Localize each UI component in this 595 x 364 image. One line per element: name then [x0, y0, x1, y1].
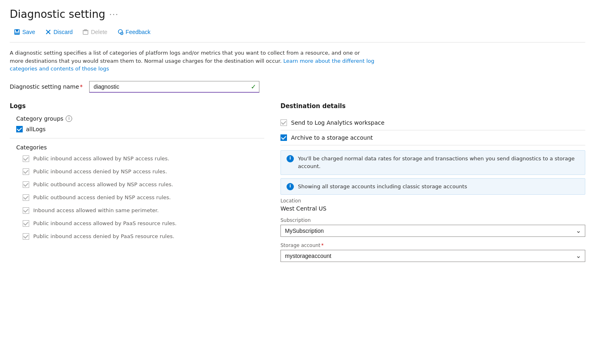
category-checkbox-3[interactable] — [23, 194, 29, 201]
storage-account-label: Storage account* — [280, 243, 585, 248]
category-checkbox-5[interactable] — [23, 220, 29, 227]
category-text-2: Public outbound access allowed by NSP ac… — [33, 181, 173, 187]
svg-rect-7 — [84, 30, 87, 30]
storage-account-group: Storage account* mystorageaccount — [280, 243, 585, 262]
title-text: Diagnostic setting — [10, 8, 105, 20]
save-button[interactable]: Save — [10, 27, 39, 37]
allLogs-checkbox[interactable] — [16, 126, 23, 132]
info-box-text-1: You'll be charged normal data rates for … — [298, 155, 579, 170]
subscription-group: Subscription MySubscription — [280, 217, 585, 237]
archive-storage-row: Archive to a storage account — [280, 130, 585, 145]
location-group: Location West Central US — [280, 198, 585, 212]
info-box-text-2: Showing all storage accounts including c… — [298, 183, 467, 191]
allLogs-checkbox-row: allLogs — [16, 126, 264, 132]
feedback-icon — [117, 29, 124, 35]
category-groups-row: Category groups i — [16, 115, 264, 122]
category-text-5: Public inbound access allowed by PaaS re… — [33, 220, 177, 226]
category-groups-info-icon[interactable]: i — [66, 115, 72, 122]
valid-check-icon: ✓ — [251, 83, 256, 91]
list-item: Public inbound access allowed by PaaS re… — [23, 220, 264, 227]
main-content: Logs Category groups i allLogs Categorie… — [10, 102, 585, 268]
category-text-6: Public inbound access denied by PaaS res… — [33, 233, 174, 239]
log-analytics-label: Send to Log Analytics workspace — [291, 119, 385, 126]
category-groups-label: Category groups — [16, 115, 63, 122]
categories-label: Categories — [16, 144, 264, 151]
delete-icon — [82, 29, 89, 35]
allLogs-label: allLogs — [26, 126, 46, 132]
info-icon-1: i — [287, 155, 294, 162]
storage-account-select-wrapper: mystorageaccount — [280, 250, 585, 262]
category-text-3: Public outbound access denied by NSP acc… — [33, 194, 171, 200]
category-checkbox-1[interactable] — [23, 168, 29, 175]
subscription-select[interactable]: MySubscription — [280, 225, 585, 237]
setting-name-input-wrapper: ✓ — [89, 81, 259, 93]
svg-rect-1 — [16, 30, 18, 32]
storage-info-box-2: i Showing all storage accounts including… — [280, 178, 585, 195]
svg-rect-2 — [15, 32, 19, 34]
category-checkbox-2[interactable] — [23, 181, 29, 188]
logs-divider — [10, 138, 264, 138]
logs-section-title: Logs — [10, 102, 264, 110]
category-checkbox-6[interactable] — [23, 233, 29, 240]
subscription-label: Subscription — [280, 217, 585, 223]
archive-storage-label: Archive to a storage account — [291, 134, 373, 141]
save-icon — [14, 29, 20, 35]
location-label: Location — [280, 198, 585, 204]
category-text-4: Inbound access allowed within same perim… — [33, 207, 159, 213]
list-item: Public inbound access allowed by NSP acc… — [23, 155, 264, 162]
location-value: West Central US — [280, 205, 585, 212]
storage-info-box-1: i You'll be charged normal data rates fo… — [280, 150, 585, 175]
list-item: Public outbound access denied by NSP acc… — [23, 194, 264, 201]
list-item: Public inbound access denied by PaaS res… — [23, 233, 264, 240]
subscription-select-wrapper: MySubscription — [280, 225, 585, 237]
category-text-1: Public inbound access denied by NSP acce… — [33, 168, 167, 175]
list-item: Public outbound access allowed by NSP ac… — [23, 181, 264, 188]
destination-section-title: Destination details — [280, 102, 585, 110]
log-analytics-row: Send to Log Analytics workspace — [280, 115, 585, 130]
setting-name-label: Diagnostic setting name* — [10, 83, 83, 90]
ellipsis-menu[interactable]: ··· — [109, 10, 119, 19]
discard-button[interactable]: Discard — [41, 27, 77, 37]
log-analytics-checkbox[interactable] — [280, 119, 287, 126]
toolbar: Save Discard Delete — [10, 27, 585, 43]
logs-section: Logs Category groups i allLogs Categorie… — [10, 102, 277, 268]
description: A diagnostic setting specifies a list of… — [10, 49, 375, 73]
storage-account-select[interactable]: mystorageaccount — [280, 250, 585, 262]
category-checkbox-4[interactable] — [23, 207, 29, 214]
list-item: Inbound access allowed within same perim… — [23, 207, 264, 214]
svg-rect-5 — [83, 31, 88, 34]
page-title: Diagnostic setting ··· — [10, 8, 585, 20]
destination-section: Destination details Send to Log Analytic… — [277, 102, 585, 268]
delete-button[interactable]: Delete — [78, 27, 111, 37]
setting-name-input[interactable] — [89, 81, 259, 93]
archive-storage-checkbox[interactable] — [280, 134, 287, 141]
setting-name-row: Diagnostic setting name* ✓ — [10, 81, 585, 93]
feedback-button[interactable]: Feedback — [113, 27, 154, 37]
info-icon-2: i — [287, 183, 294, 190]
category-text-0: Public inbound access allowed by NSP acc… — [33, 155, 169, 162]
category-checkbox-0[interactable] — [23, 155, 29, 162]
list-item: Public inbound access denied by NSP acce… — [23, 168, 264, 175]
discard-icon — [45, 29, 51, 35]
